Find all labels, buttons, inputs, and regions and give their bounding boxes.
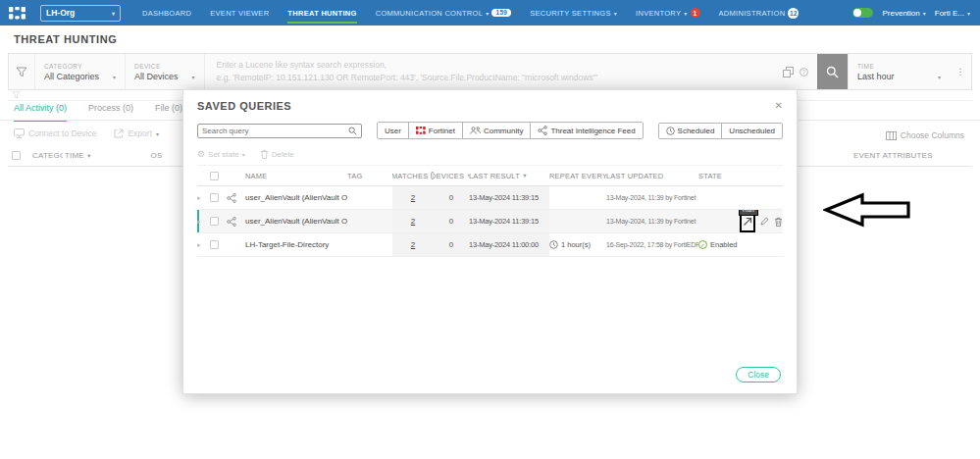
filter-user-button[interactable]: User [378,123,408,138]
query-tag [347,210,392,232]
account-menu[interactable]: Forti E... ▾ [935,9,970,18]
modal-footer: Close [736,364,781,382]
row-checkbox[interactable] [210,193,219,202]
prevention-mode-toggle[interactable] [852,8,873,18]
edit-query-button[interactable] [760,217,769,226]
columns-icon [886,131,897,140]
main-nav: DASHBOARD EVENT VIEWER THREAT HUNTING CO… [142,8,799,19]
delete-button[interactable]: Delete [260,149,294,159]
sort-icon: ▼ [522,173,528,178]
column-event-attributes: EVENT ATTRIBUTES [853,151,933,160]
column-matches[interactable]: MATCHESi [392,166,434,185]
filter-unscheduled-button[interactable]: Unscheduled [721,124,782,138]
row-checkbox[interactable] [210,217,219,226]
topbar-right-cluster: Prevention ▾ Forti E... ▾ [852,8,970,18]
chevron-down-icon: ▾ [156,130,159,137]
column-repeat-every[interactable]: REPEAT EVERY [549,166,606,185]
column-last-result[interactable]: LAST RESULT ▼ [469,166,549,185]
top-navigation-bar: LH-Org ▾ DASHBOARD EVENT VIEWER THREAT H… [0,0,980,26]
query-search-box [197,124,362,138]
query-source-filter-group: User Fortinet Community Threat Intellige… [377,122,644,139]
search-expression-input[interactable]: Enter a Lucene like syntax search expres… [204,54,774,89]
gear-icon: ⚙ [197,149,205,159]
column-state[interactable]: STATE [698,166,738,185]
filter-scheduled-button[interactable]: Scheduled [659,124,722,138]
nav-dashboard[interactable]: DASHBOARD [142,9,191,18]
fortinet-icon [416,127,426,134]
chevron-down-icon: ▾ [684,10,687,17]
query-search-input[interactable] [202,127,348,135]
query-name: user_AlienVault (AlienVault OTX) # 2 [245,186,347,209]
chevron-down-icon: ▾ [486,10,489,17]
search-filter-bar: CATEGORY All Categories▾ DEVICE All Devi… [8,53,972,90]
chevron-down-icon: ▾ [242,151,245,158]
search-button[interactable] [817,54,848,89]
threat-feed-icon [538,126,547,135]
table-header-row: NAME TAG MATCHESi DEVICES ▼ LAST RESULT … [197,165,783,186]
row-checkbox[interactable] [210,240,219,249]
annotation-highlight-box: Run [740,211,755,232]
column-category[interactable]: CATEGORY [32,151,63,160]
choose-columns-button[interactable]: Choose Columns [886,130,964,140]
pencil-icon [760,217,769,226]
organization-selector[interactable]: LH-Org ▾ [40,5,121,22]
close-icon[interactable]: ✕ [775,101,783,111]
column-last-updated[interactable]: LAST UPDATED [606,166,698,185]
select-all-checkbox[interactable] [12,151,21,160]
schedule-filter-group: Scheduled Unscheduled [658,123,783,139]
modal-filter-bar: User Fortinet Community Threat Intellige… [197,118,783,143]
export-button[interactable]: Export ▾ [114,128,159,138]
trash-icon [774,217,783,227]
state [698,210,738,232]
help-icon[interactable]: ? [799,68,808,76]
search-bar-icons: ? [774,54,817,89]
filter-community-button[interactable]: Community [462,123,530,138]
page-title: THREAT HUNTING [14,33,117,45]
select-all-checkbox[interactable] [210,172,219,180]
nav-inventory[interactable]: INVENTORY ▾ 1 [636,8,700,18]
column-name[interactable]: NAME [245,166,347,185]
device-filter-dropdown[interactable]: DEVICE All Devices▾ [125,54,204,89]
state [698,186,738,209]
saved-queries-icon[interactable] [783,67,794,77]
nav-administration[interactable]: ADMINISTRATION 12 [719,8,799,19]
matches-link[interactable]: 2 [411,217,415,226]
repeat-every: 1 hour(s) [549,233,606,256]
nav-communication-control[interactable]: COMMUNICATION CONTROL ▾ 159 [376,9,512,18]
state: ✓ Enabled [698,233,738,256]
set-state-button[interactable]: ⚙ Set state ▾ [197,149,245,159]
filter-fortinet-button[interactable]: Fortinet [408,123,462,138]
query-tag [347,233,392,256]
nav-security-settings[interactable]: SECURITY SETTINGS ▾ [530,9,617,18]
expand-row-icon[interactable]: ▸ [197,210,210,232]
connect-to-device-button[interactable]: Connect to Device [14,128,96,138]
filter-funnel-icon[interactable] [9,54,34,89]
chevron-down-icon: ▾ [967,10,970,17]
more-options-icon[interactable]: ⋮ [950,54,971,89]
community-icon [470,127,481,134]
column-time[interactable]: TIME▼ [65,151,92,160]
delete-query-button[interactable] [774,217,783,227]
expand-row-icon[interactable]: ▸ [197,233,210,256]
inventory-badge: 1 [691,8,700,18]
filter-threat-feed-button[interactable]: Threat Intelligence Feed [530,123,642,138]
column-tag[interactable]: TAG [347,166,392,185]
prevention-mode-menu[interactable]: Prevention ▾ [882,9,925,18]
nav-event-viewer[interactable]: EVENT VIEWER [210,9,269,18]
matches-link[interactable]: 2 [411,193,415,202]
expand-row-icon[interactable]: ▸ [197,186,210,209]
export-icon [114,128,124,138]
category-filter-dropdown[interactable]: CATEGORY All Categories▾ [34,54,125,89]
run-query-button[interactable] [743,217,752,227]
column-os[interactable]: OS [151,151,163,160]
devices-count: 0 [434,233,469,256]
matches-link[interactable]: 2 [411,240,415,249]
close-button[interactable]: Close [736,367,781,382]
column-devices[interactable]: DEVICES ▼ [434,166,469,185]
query-name: user_AlienVault (AlienVault OTX) # 1 [245,210,347,232]
trash-icon [260,149,269,159]
modal-title: SAVED QUERIES [197,100,291,112]
nav-threat-hunting[interactable]: THREAT HUNTING [287,9,356,18]
time-range-dropdown[interactable]: TIME Last hour▾ [848,54,950,89]
chevron-down-icon: ▾ [192,74,195,80]
